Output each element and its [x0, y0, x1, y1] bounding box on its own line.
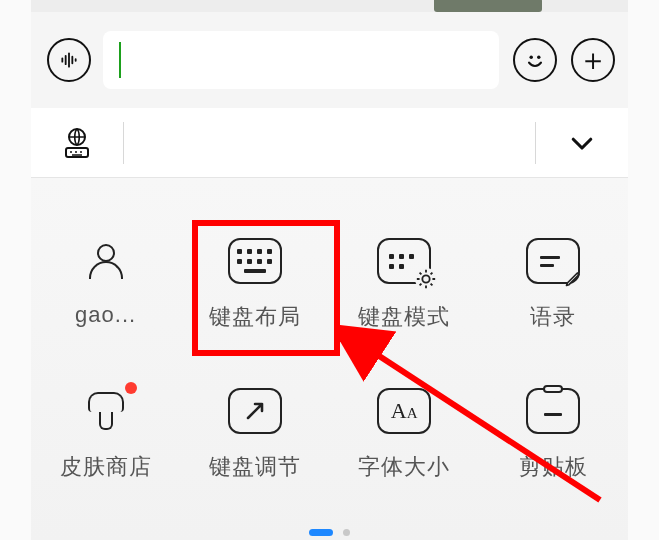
svg-point-0 — [529, 56, 532, 59]
page-dot — [343, 529, 350, 536]
divider — [123, 122, 124, 164]
chat-input-bar: ＋ — [31, 12, 628, 108]
font-size-icon: AA — [377, 388, 431, 434]
grid-item-keyboard-adjust[interactable]: 键盘调节 — [180, 388, 329, 538]
resize-icon — [228, 388, 282, 434]
globe-keyboard-icon — [60, 126, 94, 160]
brush-icon — [79, 388, 133, 434]
chat-area-remnant — [31, 0, 628, 12]
grid-item-account[interactable]: gao... — [31, 238, 180, 388]
clipboard-icon — [526, 388, 580, 434]
keyboard-toolbar — [31, 108, 628, 178]
svg-point-1 — [537, 56, 540, 59]
image-bubble — [434, 0, 542, 12]
keyboard-dots-icon — [228, 238, 282, 284]
grid-item-label: 剪贴板 — [519, 452, 588, 482]
note-edit-icon — [526, 238, 580, 284]
keyboard-settings-panel: gao... 键盘布局 — [31, 178, 628, 540]
input-method-switch-button[interactable] — [31, 108, 123, 178]
grid-item-font-size[interactable]: AA 字体大小 — [330, 388, 479, 538]
grid-item-label: 字体大小 — [358, 452, 450, 482]
text-caret — [119, 42, 121, 78]
grid-item-label: 键盘模式 — [358, 302, 450, 332]
grid-item-label: 键盘调节 — [209, 452, 301, 482]
message-input[interactable] — [103, 31, 499, 89]
voice-input-button[interactable] — [47, 38, 91, 82]
collapse-toggle-button[interactable] — [536, 108, 628, 178]
more-actions-button[interactable]: ＋ — [571, 38, 615, 82]
svg-point-4 — [422, 275, 429, 282]
plus-icon: ＋ — [578, 45, 608, 75]
grid-item-label: 皮肤商店 — [60, 452, 152, 482]
grid-item-skin-store[interactable]: 皮肤商店 — [31, 388, 180, 538]
page-dot-active — [309, 529, 333, 536]
sound-waves-icon — [59, 50, 79, 70]
page-indicator — [31, 529, 628, 536]
grid-item-label: 键盘布局 — [209, 302, 301, 332]
grid-item-keyboard-mode[interactable]: 键盘模式 — [330, 238, 479, 388]
badge-dot — [125, 382, 137, 394]
chevron-down-icon — [567, 128, 597, 158]
grid-item-quotes[interactable]: 语录 — [479, 238, 628, 388]
emoji-button[interactable] — [513, 38, 557, 82]
grid-item-label: 语录 — [530, 302, 576, 332]
smile-icon — [522, 47, 548, 73]
grid-item-clipboard[interactable]: 剪贴板 — [479, 388, 628, 538]
keyboard-gear-icon — [377, 238, 431, 284]
grid-item-keyboard-layout[interactable]: 键盘布局 — [180, 238, 329, 388]
tool-grid: gao... 键盘布局 — [31, 178, 628, 538]
person-icon — [79, 238, 133, 284]
grid-item-label: gao... — [75, 302, 136, 328]
